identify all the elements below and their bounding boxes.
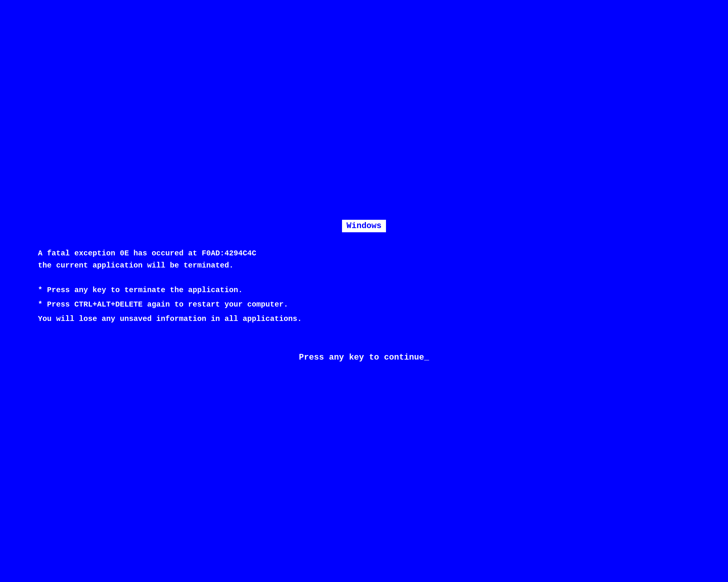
instruction-bullet1: * Press any key to terminate the applica… <box>38 283 302 297</box>
instructions-block: * Press any key to terminate the applica… <box>38 283 302 326</box>
instruction-bullet2-cont: You will lose any unsaved information in… <box>38 312 302 326</box>
continue-prompt: Press any key to continue_ <box>299 353 429 362</box>
error-line2: the current application will be terminat… <box>38 260 256 272</box>
bsod-screen: Windows A fatal exception 0E has occured… <box>0 0 728 582</box>
continue-block: Press any key to continue_ <box>38 353 690 362</box>
error-line1: A fatal exception 0E has occured at F0AD… <box>38 247 256 260</box>
title-wrapper: Windows <box>38 220 690 232</box>
windows-title: Windows <box>342 220 386 232</box>
instruction-bullet2: * Press CTRL+ALT+DELETE again to restart… <box>38 297 302 312</box>
error-block: A fatal exception 0E has occured at F0AD… <box>38 247 256 272</box>
